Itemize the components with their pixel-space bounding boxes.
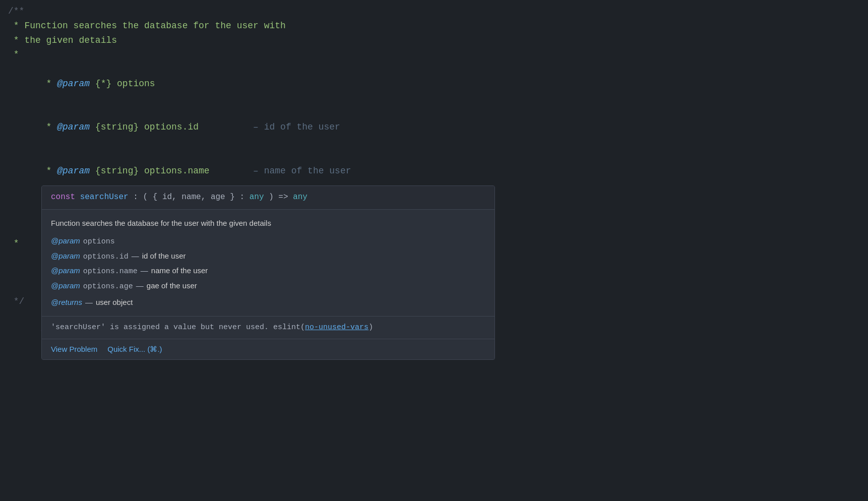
code-line: * the given details [0,33,868,48]
tooltip-param-name: @param options.name — name of the user [51,264,485,278]
tooltip-signature: const searchUser : ( { id, name, age } :… [42,186,494,210]
tooltip-param-options: @param options [51,234,485,248]
code-editor: /** * Function searches the database for… [0,0,868,356]
view-problem-button[interactable]: View Problem [51,343,97,355]
tooltip-param-id: @param options.id — id of the user [51,249,485,264]
code-line: /** [0,4,868,19]
code-line: * Function searches the database for the… [0,19,868,33]
code-line: * @param {*} options [0,62,868,105]
tooltip-warning: 'searchUser' is assigned a value but nev… [42,316,494,339]
code-line: * @param {string} options.id – id of the… [0,106,868,149]
code-line: * [0,47,868,62]
eslint-rule-link[interactable]: no-unused-vars [305,323,368,332]
tooltip-body: Function searches the database for the u… [42,210,494,316]
tooltip-param-age: @param options.age — gae of the user [51,279,485,293]
quick-fix-button[interactable]: Quick Fix... (⌘.) [107,343,162,355]
tooltip-actions: View Problem Quick Fix... (⌘.) [42,339,494,359]
tooltip-returns: @returns — user object [51,296,485,309]
tooltip-description: Function searches the database for the u… [51,217,485,230]
hover-tooltip: const searchUser : ( { id, name, age } :… [41,185,495,360]
